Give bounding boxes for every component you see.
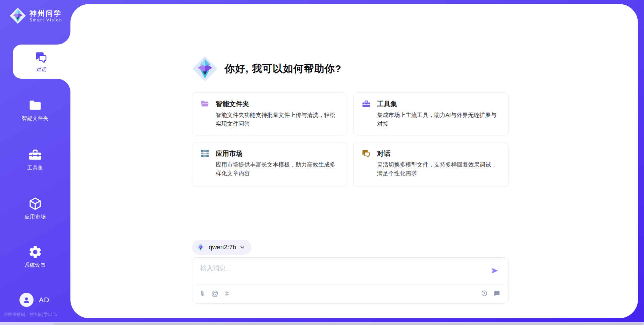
model-diamond-icon	[196, 243, 205, 252]
greeting-title: 你好, 我可以如何帮助你?	[225, 62, 341, 76]
chevron-down-icon	[240, 245, 245, 250]
sidebar-item-label: 系统设置	[24, 262, 46, 268]
brand-diamond-icon	[9, 7, 26, 24]
card-description: 集成市场上主流工具，助力AI与外界无缝扩展与对接	[362, 111, 500, 128]
folder-open-icon	[200, 99, 210, 109]
user-account[interactable]: AD	[19, 293, 49, 307]
gear-icon	[28, 245, 43, 259]
card-description: 应用市场提供丰富长文本模板，助力高效生成多样化文章内容	[200, 160, 339, 178]
tab-curve-top	[57, 31, 70, 45]
composer-toolbar: @	[199, 288, 500, 299]
chat-bubble-filled-icon	[493, 290, 500, 297]
sidebar-item-toolset[interactable]: 工具集	[0, 147, 70, 174]
history-button[interactable]	[481, 290, 488, 297]
conversation-button[interactable]	[493, 290, 500, 297]
card-chat[interactable]: 对话 灵活切换多模型文件，支持多样回复效果调试，满足个性化需求	[353, 142, 508, 187]
cube-icon	[28, 196, 43, 211]
card-description: 智能文件夹功能支持批量文件上传与清洗，轻松实现文件问答	[200, 111, 339, 128]
send-button[interactable]	[490, 266, 499, 275]
toolbox-icon	[362, 99, 371, 109]
sidebar-item-chat[interactable]: 对话	[13, 45, 70, 79]
attach-file-button[interactable]	[199, 290, 206, 297]
card-title: 智能文件夹	[216, 100, 249, 109]
model-selector[interactable]: qwen2:7b	[192, 240, 252, 255]
toolbox-icon	[28, 147, 43, 162]
welcome-header: 你好, 我可以如何帮助你?	[192, 56, 341, 82]
folder-icon	[28, 98, 43, 113]
sidebar-item-label: 工具集	[27, 165, 43, 171]
sidebar-item-settings[interactable]: 系统设置	[0, 245, 70, 271]
tab-curve-bottom	[57, 79, 70, 92]
sidebar-item-app-market[interactable]: 应用市场	[0, 196, 70, 222]
card-toolset[interactable]: 工具集 集成市场上主流工具，助力AI与外界无缝扩展与对接	[353, 92, 508, 135]
selected-model-label: qwen2:7b	[209, 244, 236, 251]
history-clock-icon	[481, 290, 488, 297]
assistant-diamond-icon	[192, 56, 218, 82]
sidebar-item-label: 智能文件夹	[22, 115, 49, 122]
avatar	[19, 293, 34, 307]
message-input[interactable]	[200, 264, 485, 282]
footer-credit: ©神州数码 · 神州问学出品	[4, 312, 71, 318]
brand-name: 神州问学	[30, 9, 62, 18]
at-sign-icon: @	[211, 290, 218, 297]
sidebar-item-smart-folders[interactable]: 智能文件夹	[0, 98, 70, 124]
app-grid-icon	[200, 149, 210, 158]
user-initials: AD	[39, 296, 49, 304]
card-title: 工具集	[377, 100, 397, 109]
sidebar-item-label: 应用市场	[24, 214, 46, 220]
horizontal-scrollbar-thumb[interactable]	[54, 323, 643, 325]
mention-button[interactable]: @	[211, 290, 218, 297]
composer-divider	[196, 284, 505, 285]
chat-bubbles-icon	[362, 149, 371, 158]
brand-subtitle: Smart Vision	[30, 18, 62, 22]
hashtag-button[interactable]	[223, 290, 231, 297]
card-smart-folders[interactable]: 智能文件夹 智能文件夹功能支持批量文件上传与清洗，轻松实现文件问答	[192, 92, 347, 135]
app-logo: 神州问学 Smart Vision	[9, 7, 62, 24]
sidebar-item-label: 对话	[36, 67, 47, 73]
card-title: 对话	[377, 149, 390, 158]
horizontal-scrollbar	[0, 322, 644, 325]
message-composer: @	[192, 257, 509, 304]
card-app-market[interactable]: 应用市场 应用市场提供丰富长文本模板，助力高效生成多样化文章内容	[192, 142, 347, 187]
hash-icon	[223, 290, 231, 297]
feature-cards: 智能文件夹 智能文件夹功能支持批量文件上传与清洗，轻松实现文件问答 工具集 集成…	[192, 92, 508, 187]
card-title: 应用市场	[216, 149, 243, 158]
card-description: 灵活切换多模型文件，支持多样回复效果调试，满足个性化需求	[362, 160, 500, 178]
paperclip-icon	[199, 290, 206, 297]
chat-bubbles-icon	[35, 51, 48, 64]
